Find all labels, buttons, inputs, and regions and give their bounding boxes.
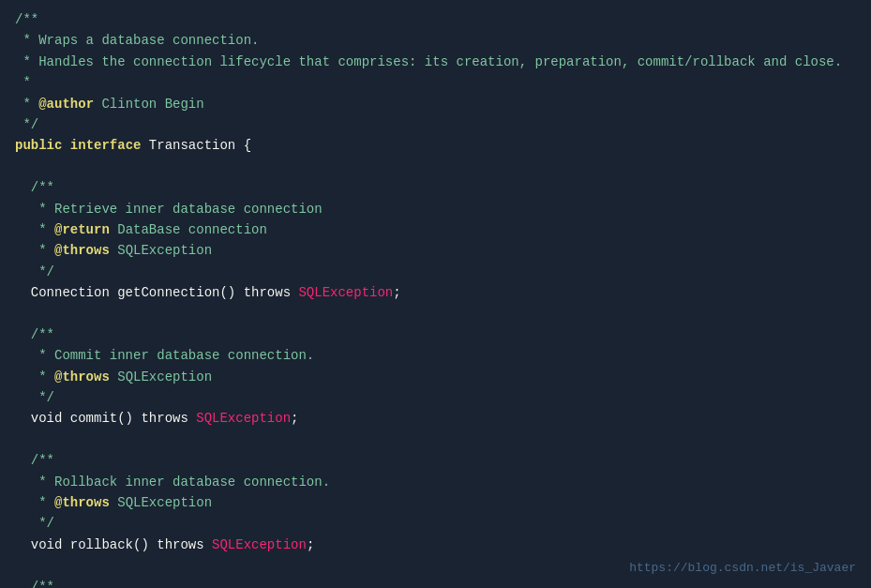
- token-c-annotation: @return: [54, 222, 110, 237]
- code-line: */: [15, 114, 856, 135]
- code-line: * Retrieve inner database connection: [15, 199, 856, 219]
- token-c-annotation: @throws: [54, 243, 110, 258]
- code-block: /** * Wraps a database connection. * Han…: [15, 9, 856, 588]
- token-c-comment: /**: [15, 580, 54, 588]
- watermark: https://blog.csdn.net/is_Javaer: [629, 559, 856, 579]
- code-line: */: [15, 513, 856, 534]
- code-line: *: [15, 72, 856, 93]
- code-line: Connection getConnection() throws SQLExc…: [15, 282, 856, 303]
- code-line: void rollback() throws SQLException;: [15, 535, 856, 555]
- code-line: /**: [15, 324, 856, 345]
- token-c-plain: Transaction {: [141, 138, 251, 153]
- code-line: */: [15, 262, 856, 282]
- code-line: */: [15, 387, 856, 408]
- code-line: * Handles the connection lifecycle that …: [15, 52, 856, 72]
- token-c-comment: /**: [15, 180, 54, 195]
- token-c-comment: * Rollback inner database connection.: [15, 475, 330, 490]
- code-line: * @author Clinton Begin: [15, 94, 856, 114]
- token-c-comment: */: [15, 117, 38, 132]
- code-line: [15, 157, 856, 177]
- token-c-comment: * Commit inner database connection.: [15, 348, 314, 363]
- token-c-comment: *: [15, 75, 31, 90]
- token-c-plain: ;: [291, 411, 298, 426]
- token-c-comment: *: [15, 495, 54, 510]
- token-c-annotation: @throws: [54, 369, 110, 384]
- token-c-keyword: interface: [70, 138, 142, 153]
- token-c-comment: *: [15, 97, 38, 112]
- code-line: /**: [15, 9, 856, 30]
- token-c-comment: * Handles the connection lifecycle that …: [15, 54, 842, 69]
- token-c-comment: Clinton Begin: [94, 97, 204, 112]
- token-c-comment: * Retrieve inner database connection: [15, 202, 323, 217]
- token-c-comment: *: [15, 369, 54, 384]
- code-line: * @throws SQLException: [15, 240, 856, 261]
- token-c-comment: SQLException: [110, 369, 212, 384]
- code-line: * @throws SQLException: [15, 492, 856, 513]
- token-c-plain: Connection getConnection() throws: [15, 285, 298, 300]
- code-line: * Wraps a database connection.: [15, 30, 856, 51]
- token-c-plain: [62, 138, 69, 153]
- token-c-annotation: @author: [38, 97, 94, 112]
- code-line: [15, 430, 856, 450]
- code-line: [15, 303, 856, 324]
- token-c-comment: /**: [15, 327, 54, 342]
- code-line: * Rollback inner database connection.: [15, 472, 856, 492]
- token-c-comment: */: [15, 264, 54, 279]
- token-c-comment: /**: [15, 453, 54, 468]
- token-c-comment: *: [15, 243, 54, 258]
- code-line: /**: [15, 177, 856, 198]
- token-c-plain: void commit() throws: [15, 411, 196, 426]
- token-c-comment: */: [15, 516, 54, 531]
- token-c-exception: SQLException: [298, 285, 393, 300]
- code-line: * @return DataBase connection: [15, 219, 856, 240]
- token-c-plain: ;: [393, 285, 400, 300]
- token-c-exception: SQLException: [212, 537, 307, 552]
- token-c-plain: ;: [307, 537, 314, 552]
- token-c-keyword: public: [15, 138, 62, 153]
- code-line: * Commit inner database connection.: [15, 345, 856, 366]
- code-line: /**: [15, 450, 856, 471]
- code-line: * @throws SQLException: [15, 367, 856, 387]
- token-c-annotation: @throws: [54, 495, 110, 510]
- token-c-plain: void rollback() throws: [15, 537, 212, 552]
- code-line: void commit() throws SQLException;: [15, 408, 856, 429]
- token-c-comment: *: [15, 222, 54, 237]
- token-c-comment: DataBase connection: [110, 222, 267, 237]
- code-line: public interface Transaction {: [15, 135, 856, 156]
- code-editor: /** * Wraps a database connection. * Han…: [0, 0, 871, 588]
- token-c-comment: */: [15, 390, 54, 405]
- token-c-exception: SQLException: [196, 411, 291, 426]
- token-c-comment: SQLException: [110, 495, 212, 510]
- token-c-comment: /**: [15, 12, 38, 27]
- token-c-comment: * Wraps a database connection.: [15, 33, 259, 48]
- token-c-comment: SQLException: [110, 243, 212, 258]
